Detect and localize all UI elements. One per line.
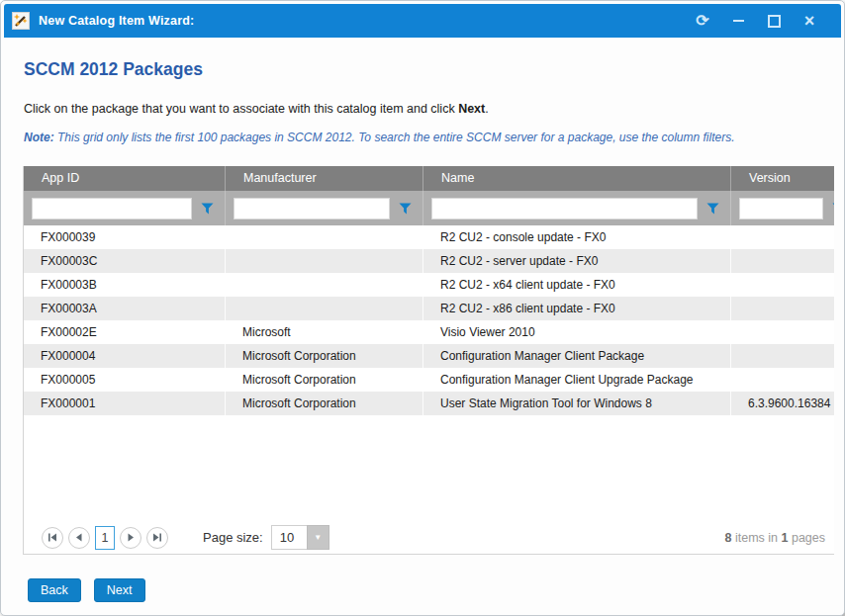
cell-version (731, 225, 834, 249)
name-filter-funnel-icon[interactable] (698, 203, 727, 215)
title-bar: New Catalog Item Wizard: ⟳ × (4, 4, 841, 38)
minimize-icon[interactable] (730, 13, 746, 29)
app-id-filter-funnel-icon[interactable] (192, 203, 222, 215)
cell-name: Visio Viewer 2010 (423, 320, 731, 344)
table-row[interactable]: FX00003C R2 CU2 - server update - FX0 (24, 249, 834, 273)
cell-manufacturer: Microsoft Corporation (226, 344, 423, 368)
chevron-down-icon: ▼ (307, 525, 329, 550)
app-id-filter-input[interactable] (32, 198, 192, 220)
cell-app-id: FX000004 (24, 344, 226, 368)
table-row[interactable]: FX000004 Microsoft Corporation Configura… (24, 344, 834, 368)
maximize-icon[interactable] (766, 13, 782, 29)
cell-name: Configuration Manager Client Upgrade Pac… (423, 368, 731, 392)
version-filter-funnel-icon[interactable] (823, 203, 834, 215)
cell-manufacturer (226, 249, 423, 273)
cell-app-id: FX00003C (24, 249, 226, 273)
cell-name: R2 CU2 - x64 client update - FX0 (423, 273, 731, 297)
previous-page-button[interactable] (68, 527, 90, 549)
wizard-dialog-window: New Catalog Item Wizard: ⟳ × SCCM 2012 P… (0, 0, 845, 616)
table-row[interactable]: FX00003A R2 CU2 - x86 client update - FX… (24, 297, 834, 320)
cell-app-id: FX00003A (24, 297, 226, 320)
cell-manufacturer (226, 225, 423, 249)
cell-manufacturer: Microsoft Corporation (226, 368, 423, 392)
wizard-icon (12, 12, 30, 30)
name-filter-input[interactable] (431, 198, 698, 220)
cell-manufacturer (226, 297, 423, 320)
cell-manufacturer (226, 273, 423, 297)
first-page-button[interactable] (42, 527, 63, 549)
cell-version (731, 249, 834, 273)
cell-manufacturer: Microsoft Corporation (226, 392, 423, 415)
cell-version (731, 344, 834, 368)
cell-app-id: FX000039 (24, 225, 226, 249)
cell-name: R2 CU2 - server update - FX0 (423, 249, 731, 273)
refresh-icon[interactable]: ⟳ (695, 13, 710, 29)
titlebar-buttons: ⟳ × (695, 13, 817, 29)
table-row[interactable]: FX000005 Microsoft Corporation Configura… (24, 368, 834, 392)
column-header-app-id[interactable]: App ID (24, 166, 226, 191)
items-summary: 8 items in 1 pages (725, 531, 825, 545)
manufacturer-filter-funnel-icon[interactable] (390, 203, 420, 215)
cell-version (731, 297, 834, 320)
page-title: SCCM 2012 Packages (24, 59, 822, 80)
table-row[interactable]: FX00002E Microsoft Visio Viewer 2010 (24, 320, 834, 344)
table-row[interactable]: FX00003B R2 CU2 - x64 client update - FX… (24, 273, 834, 297)
column-header-manufacturer[interactable]: Manufacturer (226, 166, 423, 191)
cell-version: 6.3.9600.16384 (731, 392, 834, 415)
grid-header-row: App ID Manufacturer Name Version (24, 166, 834, 191)
cell-app-id: FX00003B (24, 273, 226, 297)
packages-grid: App ID Manufacturer Name Version (23, 166, 834, 555)
cell-name: R2 CU2 - console update - FX0 (423, 225, 731, 249)
instruction-text: Click on the package that you want to as… (24, 102, 822, 116)
wizard-footer: Back Next (28, 578, 822, 602)
cell-version (731, 368, 834, 392)
cell-app-id: FX000005 (24, 368, 226, 392)
cell-app-id: FX00002E (24, 320, 226, 344)
table-row[interactable]: FX000001 Microsoft Corporation User Stat… (24, 392, 834, 415)
grid-filter-row (24, 191, 834, 225)
page-size-label: Page size: (203, 530, 263, 545)
current-page-indicator: 1 (95, 526, 115, 550)
next-page-button[interactable] (120, 527, 141, 549)
window-title: New Catalog Item Wizard: (39, 14, 695, 28)
close-icon[interactable]: × (801, 13, 817, 29)
next-button[interactable]: Next (94, 578, 145, 602)
cell-app-id: FX000001 (24, 392, 226, 415)
grid-pager: 1 Page size: 10 ▼ 8 items in 1 pages (24, 521, 834, 554)
page-size-value: 10 (271, 525, 307, 550)
version-filter-input[interactable] (739, 198, 823, 220)
page-size-dropdown[interactable]: 10 ▼ (271, 525, 329, 550)
note-text: Note: This grid only lists the first 100… (24, 131, 822, 144)
cell-version (731, 320, 834, 344)
last-page-button[interactable] (146, 527, 168, 549)
manufacturer-filter-input[interactable] (234, 198, 390, 220)
back-button[interactable]: Back (28, 578, 81, 602)
cell-version (731, 273, 834, 297)
grid-empty-area (24, 415, 834, 521)
table-row[interactable]: FX000039 R2 CU2 - console update - FX0 (24, 225, 834, 249)
cell-name: R2 CU2 - x86 client update - FX0 (423, 297, 731, 320)
column-header-version[interactable]: Version (731, 166, 834, 191)
cell-name: User State Migration Tool for Windows 8 (423, 392, 731, 415)
column-header-name[interactable]: Name (423, 166, 731, 191)
cell-name: Configuration Manager Client Package (423, 344, 731, 368)
cell-manufacturer: Microsoft (226, 320, 423, 344)
